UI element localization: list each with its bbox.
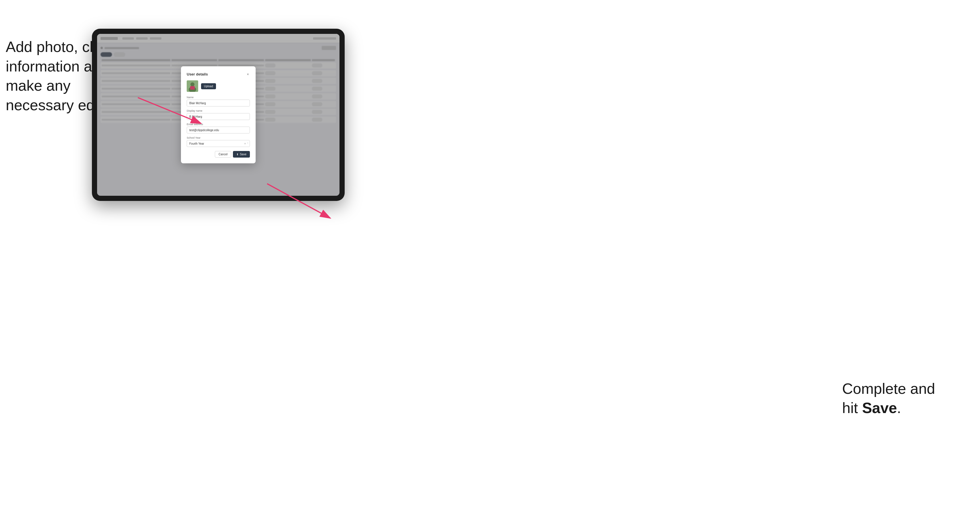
- school-year-field-group: School Year × ⌃: [187, 137, 250, 147]
- save-button[interactable]: ⬆ Save: [233, 151, 250, 157]
- select-clear-icon[interactable]: ×: [244, 142, 246, 145]
- school-year-select-wrapper: × ⌃: [187, 140, 250, 147]
- tablet-screen: User details × Upload: [97, 34, 339, 196]
- modal-title: User details: [187, 72, 208, 76]
- annotation-right: Complete and hit Save.: [842, 379, 963, 418]
- user-details-modal: User details × Upload: [181, 66, 256, 163]
- display-name-field-group: Display name: [187, 110, 250, 120]
- display-name-input[interactable]: [187, 113, 250, 120]
- save-icon: ⬆: [236, 153, 239, 156]
- email-input[interactable]: [187, 127, 250, 133]
- email-field-group: Email address: [187, 123, 250, 133]
- upload-button[interactable]: Upload: [201, 83, 216, 89]
- modal-overlay: User details × Upload: [97, 34, 339, 196]
- name-input[interactable]: [187, 100, 250, 106]
- avatar-image: [187, 80, 198, 92]
- name-label: Name: [187, 96, 250, 99]
- select-controls: × ⌃: [244, 142, 249, 145]
- close-icon[interactable]: ×: [246, 72, 250, 76]
- tablet-frame: User details × Upload: [92, 29, 345, 201]
- email-label: Email address: [187, 123, 250, 126]
- school-year-label: School Year: [187, 137, 250, 139]
- modal-header: User details ×: [187, 72, 250, 76]
- svg-point-1: [191, 83, 194, 86]
- school-year-input[interactable]: [187, 140, 250, 147]
- cancel-button[interactable]: Cancel: [215, 151, 231, 157]
- avatar-section: Upload: [187, 80, 250, 92]
- display-name-label: Display name: [187, 110, 250, 112]
- name-field-group: Name: [187, 96, 250, 106]
- chevron-down-icon[interactable]: ⌃: [247, 142, 249, 145]
- avatar: [187, 80, 198, 92]
- svg-rect-3: [190, 86, 195, 90]
- modal-footer: Cancel ⬆ Save: [187, 151, 250, 157]
